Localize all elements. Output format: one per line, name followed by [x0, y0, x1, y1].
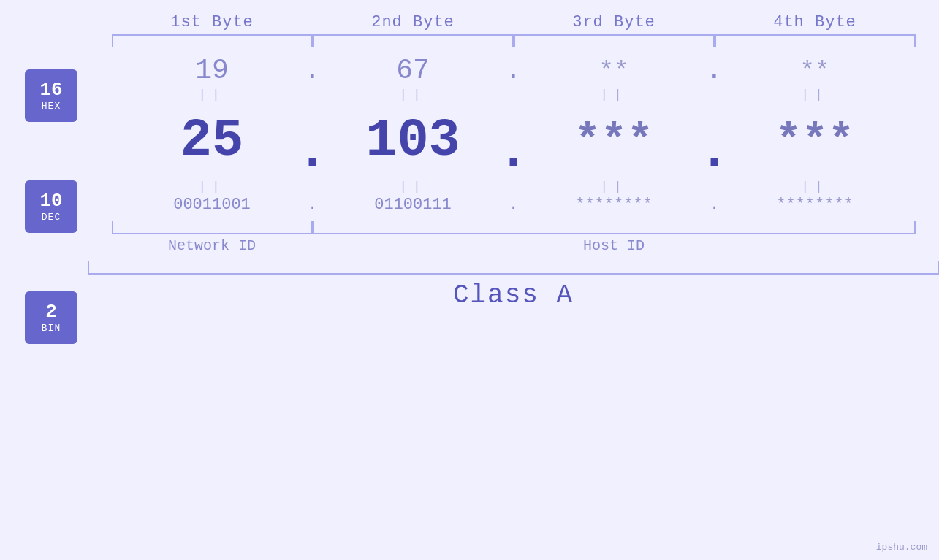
- equals-row-2: || || || ||: [88, 180, 939, 194]
- equals-1-1: ||: [128, 88, 296, 102]
- dec-cell-3: ***: [530, 119, 698, 163]
- dec-dot-1-text: .: [297, 122, 328, 182]
- hex-cell-3: **: [530, 57, 698, 85]
- watermark: ipshu.com: [876, 542, 927, 553]
- equals-2-4: ||: [731, 180, 899, 194]
- bracket-network: [112, 221, 313, 234]
- dec-badge: 10 DEC: [25, 180, 77, 233]
- bin-badge-number: 2: [45, 302, 57, 323]
- main-container: 1st Byte 2nd Byte 3rd Byte 4th Byte 16 H…: [0, 0, 939, 560]
- bracket-byte3: [514, 34, 715, 47]
- byte2-header: 2nd Byte: [313, 13, 514, 31]
- hex-cell-1: 19: [128, 55, 296, 86]
- dec-val-3: ***: [574, 116, 653, 166]
- bin-dot-1-text: .: [308, 196, 317, 214]
- dec-dot-2-text: .: [498, 122, 529, 182]
- bin-cell-2: 01100111: [329, 196, 497, 214]
- bracket-byte4: [715, 34, 916, 47]
- dec-row: 25 . 103 . *** . ***: [88, 104, 939, 178]
- equals-1-2: ||: [329, 88, 497, 102]
- class-label: Class A: [453, 280, 574, 310]
- equals-1-3: ||: [530, 88, 698, 102]
- bin-badge: 2 BIN: [25, 291, 77, 344]
- equals-2-1: ||: [128, 180, 296, 194]
- hex-dot-1-text: .: [304, 55, 321, 86]
- bin-row: 00011001 . 01100111 . ******** .: [88, 196, 939, 214]
- hex-dot-3-text: .: [706, 55, 723, 86]
- hex-val-4: **: [800, 57, 830, 85]
- equals-2-3: ||: [530, 180, 698, 194]
- badges-column: 16 HEX 10 DEC 2 BIN: [0, 69, 88, 344]
- hex-row: 19 . 67 . ** . **: [88, 55, 939, 86]
- hex-dot-2: .: [497, 55, 530, 86]
- dec-dot-1: .: [296, 104, 329, 178]
- byte4-header: 4th Byte: [715, 13, 916, 31]
- equals-row-1: || || || ||: [88, 88, 939, 102]
- dec-val-2: 103: [365, 111, 460, 171]
- hex-badge-label: HEX: [42, 101, 61, 112]
- hex-cell-4: **: [731, 57, 899, 85]
- equals-1-4: ||: [731, 88, 899, 102]
- bin-badge-label: BIN: [42, 323, 61, 334]
- hex-val-3: **: [599, 57, 629, 85]
- bracket-byte1: [112, 34, 313, 47]
- dec-badge-number: 10: [39, 191, 62, 212]
- dec-cell-2: 103: [329, 115, 497, 167]
- hex-val-1: 19: [195, 55, 229, 86]
- dec-badge-label: DEC: [42, 212, 61, 223]
- network-id-label: Network ID: [112, 237, 313, 254]
- bracket-host: [313, 221, 916, 234]
- dec-cell-4: ***: [731, 119, 899, 163]
- bin-cell-3: ********: [530, 196, 698, 214]
- bin-dot-3-text: .: [710, 196, 719, 214]
- class-row: Class A: [88, 280, 939, 310]
- byte-headers: 1st Byte 2nd Byte 3rd Byte 4th Byte: [44, 13, 939, 31]
- bottom-brackets: [88, 221, 939, 234]
- bin-val-1: 00011001: [173, 196, 251, 214]
- content-area: 16 HEX 10 DEC 2 BIN 19 .: [0, 55, 939, 560]
- hex-dot-3: .: [698, 55, 731, 86]
- equals-2-2: ||: [329, 180, 497, 194]
- hex-badge-number: 16: [39, 80, 62, 101]
- data-grid: 19 . 67 . ** . **: [88, 55, 939, 310]
- bin-cell-4: ********: [731, 196, 899, 214]
- dec-cell-1: 25: [128, 115, 296, 167]
- hex-cell-2: 67: [329, 55, 497, 86]
- hex-badge: 16 HEX: [25, 69, 77, 122]
- dec-val-1: 25: [180, 111, 243, 171]
- bin-val-4: ********: [776, 196, 854, 214]
- bin-dot-2-text: .: [509, 196, 518, 214]
- bin-cell-1: 00011001: [128, 196, 296, 214]
- host-id-label: Host ID: [313, 237, 916, 254]
- dec-dot-3-text: .: [699, 122, 730, 182]
- id-labels: Network ID Host ID: [88, 237, 939, 254]
- hex-val-2: 67: [396, 55, 430, 86]
- bin-val-3: ********: [575, 196, 653, 214]
- full-bracket: [88, 261, 939, 275]
- bin-dot-1: .: [296, 196, 329, 214]
- dec-dot-3: .: [698, 104, 731, 178]
- dec-dot-2: .: [497, 104, 530, 178]
- bracket-byte2: [313, 34, 514, 47]
- dec-val-4: ***: [775, 116, 854, 166]
- bin-dot-2: .: [497, 196, 530, 214]
- byte3-header: 3rd Byte: [514, 13, 715, 31]
- bin-val-2: 01100111: [374, 196, 452, 214]
- top-brackets: [88, 34, 939, 47]
- bin-dot-3: .: [698, 196, 731, 214]
- hex-dot-2-text: .: [505, 55, 522, 86]
- byte1-header: 1st Byte: [112, 13, 313, 31]
- hex-dot-1: .: [296, 55, 329, 86]
